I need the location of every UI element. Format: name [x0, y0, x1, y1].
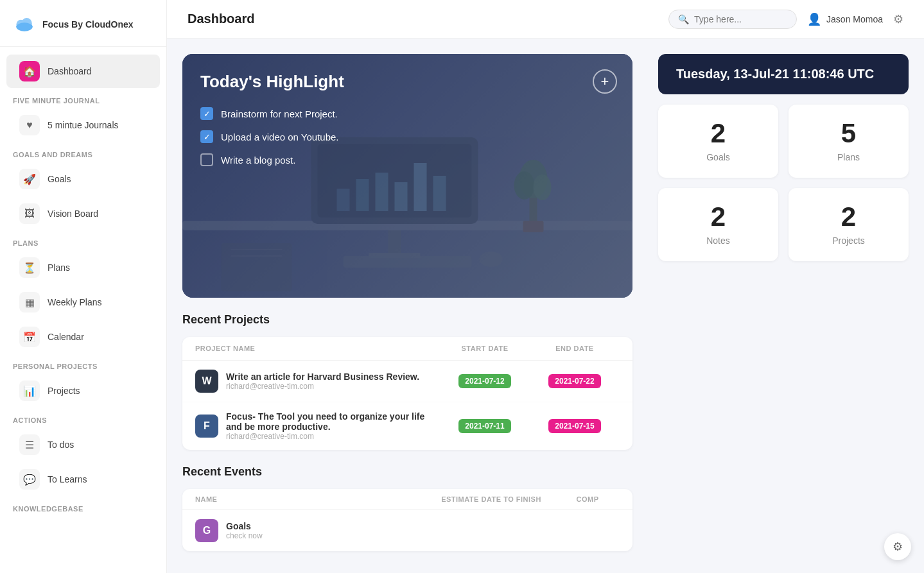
stat-label-projects: Projects: [832, 235, 865, 246]
stat-label-goals: Goals: [706, 152, 730, 162]
project-avatar-0: W: [195, 370, 218, 393]
section-label-actions: ACTIONS: [0, 409, 166, 427]
event-name: Goals: [226, 521, 263, 531]
sidebar-item-dashboard[interactable]: 🏠 Dashboard: [6, 55, 160, 88]
top-bar: Dashboard 🔍 👤 Jason Momoa ⚙: [167, 0, 924, 38]
recent-events-title: Recent Events: [182, 465, 632, 479]
sidebar-item-label-todos: To dos: [48, 440, 74, 450]
table-row: W Write an article for Harvard Business …: [182, 361, 632, 402]
left-panel: Today's HighLight Brainstorm for next Pr…: [167, 38, 648, 573]
sidebar-item-weekly-plans[interactable]: ▦ Weekly Plans: [6, 286, 160, 319]
end-date-badge-0: 2021-07-22: [548, 374, 600, 388]
sidebar-item-label-projects: Projects: [48, 386, 80, 396]
project-info-1: F Focus- The Tool you need to organize y…: [195, 411, 440, 441]
section-label-plans: PLANS: [0, 232, 166, 250]
event-col-estimate: ESTIMATE DATE TO FINISH: [427, 495, 555, 503]
calendar-icon: 📅: [19, 327, 40, 347]
col-start-date: START DATE: [440, 345, 530, 352]
col-project-name: PROJECT NAME: [195, 345, 440, 352]
section-label-knowledgebase: KNOWLEDGEBASE: [0, 497, 166, 515]
sidebar-item-label-weekly-plans: Weekly Plans: [48, 297, 102, 307]
add-highlight-button[interactable]: +: [593, 69, 617, 94]
stat-card-plans: 5 Plans: [789, 105, 909, 178]
gear-fixed-button[interactable]: ⚙: [884, 533, 911, 560]
sidebar-item-goals[interactable]: 🚀 Goals: [6, 162, 160, 196]
event-info: G Goals check now: [195, 519, 440, 542]
highlight-card: Today's HighLight Brainstorm for next Pr…: [182, 54, 632, 298]
sidebar-item-vision-board[interactable]: 🖼 Vision Board: [6, 197, 160, 230]
search-icon: 🔍: [678, 14, 689, 24]
project-avatar-1: F: [195, 415, 218, 438]
events-table-header: NAME ESTIMATE DATE TO FINISH COMP: [182, 489, 632, 510]
sidebar-item-label-goals: Goals: [48, 174, 71, 184]
user-icon: 👤: [807, 12, 821, 26]
stats-grid: 2 Goals 5 Plans 2 Notes 2 Projects: [658, 105, 909, 261]
projects-table: PROJECT NAME START DATE END DATE W Write…: [182, 337, 632, 450]
end-date-cell-0: 2021-07-22: [530, 374, 620, 388]
svg-point-3: [16, 22, 32, 31]
event-col-name: NAME: [195, 495, 427, 503]
search-box: 🔍: [668, 10, 797, 29]
search-input[interactable]: [694, 14, 787, 24]
event-avatar: G: [195, 519, 218, 542]
event-col-comp: COMP: [555, 495, 620, 503]
project-info-0: W Write an article for Harvard Business …: [195, 370, 440, 393]
start-date-cell-0: 2021-07-12: [440, 374, 530, 388]
project-name-0: Write an article for Harvard Business Re…: [226, 372, 419, 382]
journals-icon: ♥: [19, 115, 40, 135]
stat-card-projects: 2 Projects: [789, 188, 909, 261]
end-date-cell-1: 2021-07-15: [530, 419, 620, 433]
highlight-item-text-0: Brainstorm for next Project.: [221, 108, 338, 119]
sidebar-item-calendar[interactable]: 📅 Calendar: [6, 320, 160, 354]
logo-icon: [13, 13, 36, 36]
highlight-checkbox-1[interactable]: [200, 130, 213, 143]
sidebar-item-todos[interactable]: ☰ To dos: [6, 428, 160, 461]
page-title: Dashboard: [187, 12, 254, 26]
highlight-title: Today's HighLight: [200, 72, 615, 92]
projects-icon: 📊: [19, 381, 40, 401]
highlight-item-text-2: Write a blog post.: [221, 155, 295, 166]
highlight-checkbox-2[interactable]: [200, 153, 213, 166]
sidebar-item-label-journals: 5 mintue Journals: [48, 120, 119, 130]
start-date-badge-0: 2021-07-12: [458, 374, 510, 388]
col-end-date: END DATE: [530, 345, 620, 352]
section-label-goals-and-dreams: GOALS AND DREAMS: [0, 143, 166, 161]
content-area: Today's HighLight Brainstorm for next Pr…: [167, 38, 924, 573]
sidebar: Focus By CloudOnex 🏠 Dashboard FIVE MINU…: [0, 0, 167, 573]
recent-projects-title: Recent Projects: [182, 313, 632, 327]
datetime-card: Tuesday, 13-Jul-21 11:08:46 UTC: [658, 54, 909, 94]
event-sub: check now: [226, 531, 263, 540]
sidebar-item-projects[interactable]: 📊 Projects: [6, 374, 160, 407]
sidebar-item-label-plans: Plans: [48, 262, 70, 273]
project-email-1: richard@creative-tim.com: [226, 432, 440, 441]
datetime-display: Tuesday, 13-Jul-21 11:08:46 UTC: [676, 67, 874, 81]
settings-icon[interactable]: ⚙: [893, 12, 903, 26]
sidebar-item-plans[interactable]: ⏳ Plans: [6, 251, 160, 284]
start-date-cell-1: 2021-07-11: [440, 419, 530, 433]
user-info: 👤 Jason Momoa: [807, 12, 883, 26]
sidebar-item-label-to-learns: To Learns: [48, 474, 87, 484]
event-row: G Goals check now: [182, 510, 632, 551]
right-panel: Tuesday, 13-Jul-21 11:08:46 UTC 2 Goals …: [648, 38, 924, 573]
table-row: F Focus- The Tool you need to organize y…: [182, 402, 632, 450]
vision-board-icon: 🖼: [19, 203, 40, 224]
stat-card-goals: 2 Goals: [658, 105, 778, 178]
todos-icon: ☰: [19, 434, 40, 455]
highlight-checkbox-0[interactable]: [200, 107, 213, 120]
highlight-item: Upload a video on Youtube.: [200, 130, 615, 143]
project-name-1: Focus- The Tool you need to organize you…: [226, 411, 440, 432]
section-label-personal-projects: PERSONAL PROJECTS: [0, 355, 166, 373]
section-label-five-minute-journal: FIVE MINUTE JOURNAL: [0, 89, 166, 107]
weekly-plans-icon: ▦: [19, 292, 40, 312]
plans-icon: ⏳: [19, 257, 40, 278]
stat-number-plans: 5: [841, 120, 856, 147]
end-date-badge-1: 2021-07-15: [548, 419, 600, 433]
stat-label-notes: Notes: [706, 235, 730, 246]
recent-projects-section: Recent Projects PROJECT NAME START DATE …: [182, 313, 632, 450]
sidebar-item-to-learns[interactable]: 💬 To Learns: [6, 463, 160, 496]
sidebar-logo: Focus By CloudOnex: [0, 0, 166, 47]
start-date-badge-1: 2021-07-11: [458, 419, 510, 433]
user-name: Jason Momoa: [826, 14, 883, 24]
sidebar-item-journals[interactable]: ♥ 5 mintue Journals: [6, 108, 160, 142]
sidebar-item-label-vision-board: Vision Board: [48, 209, 98, 219]
